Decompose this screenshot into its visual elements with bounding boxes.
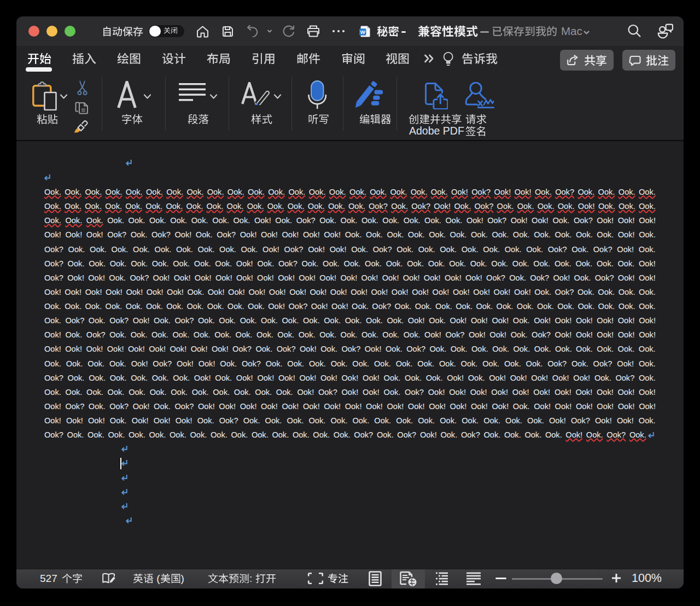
svg-text:W: W <box>360 28 365 34</box>
